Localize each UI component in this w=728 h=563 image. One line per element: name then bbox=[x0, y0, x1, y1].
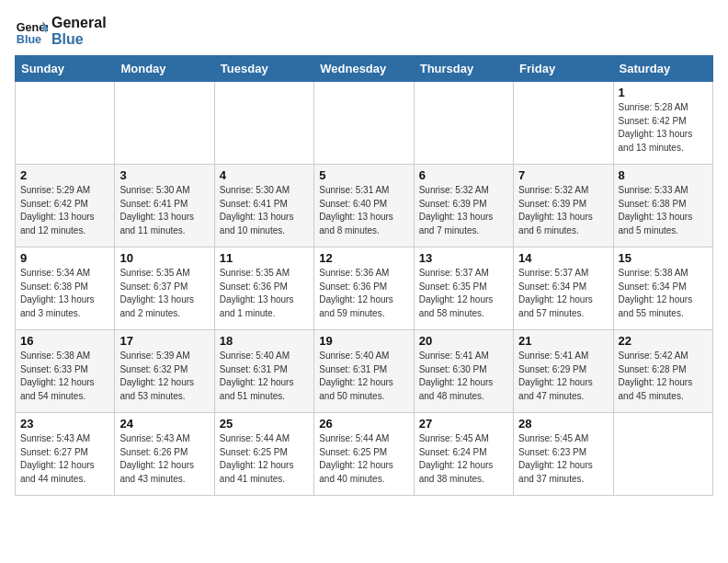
day-cell: 27Sunrise: 5:45 AM Sunset: 6:24 PM Dayli… bbox=[414, 413, 513, 496]
day-cell bbox=[115, 82, 214, 165]
svg-text:Blue: Blue bbox=[17, 33, 41, 46]
day-info: Sunrise: 5:42 AM Sunset: 6:28 PM Dayligh… bbox=[619, 350, 708, 403]
day-number: 15 bbox=[619, 251, 708, 265]
day-cell bbox=[314, 82, 414, 165]
day-number: 16 bbox=[20, 334, 109, 348]
day-cell: 10Sunrise: 5:35 AM Sunset: 6:37 PM Dayli… bbox=[115, 247, 214, 330]
day-info: Sunrise: 5:43 AM Sunset: 6:27 PM Dayligh… bbox=[20, 432, 109, 486]
day-info: Sunrise: 5:30 AM Sunset: 6:41 PM Dayligh… bbox=[220, 184, 309, 237]
day-cell: 28Sunrise: 5:45 AM Sunset: 6:23 PM Dayli… bbox=[514, 413, 613, 496]
day-info: Sunrise: 5:37 AM Sunset: 6:34 PM Dayligh… bbox=[518, 267, 608, 320]
week-row-4: 23Sunrise: 5:43 AM Sunset: 6:27 PM Dayli… bbox=[16, 413, 713, 496]
day-cell: 24Sunrise: 5:43 AM Sunset: 6:26 PM Dayli… bbox=[115, 413, 214, 496]
day-cell: 8Sunrise: 5:33 AM Sunset: 6:38 PM Daylig… bbox=[613, 165, 712, 247]
day-number: 25 bbox=[220, 417, 309, 431]
day-number: 20 bbox=[419, 334, 508, 348]
day-cell: 19Sunrise: 5:40 AM Sunset: 6:31 PM Dayli… bbox=[314, 330, 414, 413]
week-row-1: 2Sunrise: 5:29 AM Sunset: 6:42 PM Daylig… bbox=[16, 165, 713, 247]
header-tuesday: Tuesday bbox=[214, 56, 313, 82]
day-cell: 15Sunrise: 5:38 AM Sunset: 6:34 PM Dayli… bbox=[613, 247, 712, 330]
header-monday: Monday bbox=[115, 56, 214, 82]
day-cell: 1Sunrise: 5:28 AM Sunset: 6:42 PM Daylig… bbox=[613, 82, 712, 165]
day-cell: 17Sunrise: 5:39 AM Sunset: 6:32 PM Dayli… bbox=[115, 330, 214, 413]
day-number: 10 bbox=[119, 251, 209, 265]
day-info: Sunrise: 5:44 AM Sunset: 6:25 PM Dayligh… bbox=[220, 432, 309, 486]
day-number: 6 bbox=[419, 168, 508, 182]
day-cell bbox=[613, 413, 712, 496]
day-info: Sunrise: 5:45 AM Sunset: 6:24 PM Dayligh… bbox=[419, 432, 508, 486]
day-cell: 11Sunrise: 5:35 AM Sunset: 6:36 PM Dayli… bbox=[214, 247, 313, 330]
day-info: Sunrise: 5:41 AM Sunset: 6:29 PM Dayligh… bbox=[518, 350, 608, 403]
day-cell bbox=[16, 82, 115, 165]
day-info: Sunrise: 5:38 AM Sunset: 6:33 PM Dayligh… bbox=[20, 350, 109, 403]
calendar-body: 1Sunrise: 5:28 AM Sunset: 6:42 PM Daylig… bbox=[16, 82, 713, 496]
header-row: SundayMondayTuesdayWednesdayThursdayFrid… bbox=[16, 56, 713, 82]
day-info: Sunrise: 5:32 AM Sunset: 6:39 PM Dayligh… bbox=[419, 184, 508, 237]
week-row-2: 9Sunrise: 5:34 AM Sunset: 6:38 PM Daylig… bbox=[16, 247, 713, 330]
calendar-table: SundayMondayTuesdayWednesdayThursdayFrid… bbox=[15, 55, 713, 496]
day-info: Sunrise: 5:30 AM Sunset: 6:41 PM Dayligh… bbox=[119, 184, 209, 237]
day-number: 14 bbox=[518, 251, 608, 265]
day-info: Sunrise: 5:35 AM Sunset: 6:36 PM Dayligh… bbox=[220, 267, 309, 320]
day-number: 17 bbox=[119, 334, 209, 348]
header-wednesday: Wednesday bbox=[314, 56, 414, 82]
day-cell: 22Sunrise: 5:42 AM Sunset: 6:28 PM Dayli… bbox=[613, 330, 712, 413]
day-info: Sunrise: 5:32 AM Sunset: 6:39 PM Dayligh… bbox=[518, 184, 608, 237]
day-cell: 13Sunrise: 5:37 AM Sunset: 6:35 PM Dayli… bbox=[414, 247, 513, 330]
day-cell: 4Sunrise: 5:30 AM Sunset: 6:41 PM Daylig… bbox=[214, 165, 313, 247]
day-cell: 14Sunrise: 5:37 AM Sunset: 6:34 PM Dayli… bbox=[514, 247, 613, 330]
header: General Blue General Blue bbox=[15, 15, 713, 48]
day-cell: 12Sunrise: 5:36 AM Sunset: 6:36 PM Dayli… bbox=[314, 247, 414, 330]
day-number: 24 bbox=[119, 417, 209, 431]
day-number: 19 bbox=[319, 334, 408, 348]
day-number: 23 bbox=[20, 417, 109, 431]
day-info: Sunrise: 5:44 AM Sunset: 6:25 PM Dayligh… bbox=[319, 432, 408, 486]
day-cell: 21Sunrise: 5:41 AM Sunset: 6:29 PM Dayli… bbox=[514, 330, 613, 413]
day-number: 3 bbox=[119, 168, 209, 182]
day-number: 11 bbox=[220, 251, 309, 265]
day-cell: 5Sunrise: 5:31 AM Sunset: 6:40 PM Daylig… bbox=[314, 165, 414, 247]
day-info: Sunrise: 5:28 AM Sunset: 6:42 PM Dayligh… bbox=[619, 101, 708, 155]
day-number: 8 bbox=[619, 168, 708, 182]
logo: General Blue General Blue bbox=[15, 15, 107, 48]
day-cell: 2Sunrise: 5:29 AM Sunset: 6:42 PM Daylig… bbox=[16, 165, 115, 247]
logo-blue: Blue bbox=[51, 31, 107, 48]
logo-general: General bbox=[51, 15, 107, 31]
day-info: Sunrise: 5:40 AM Sunset: 6:31 PM Dayligh… bbox=[220, 350, 309, 403]
day-info: Sunrise: 5:34 AM Sunset: 6:38 PM Dayligh… bbox=[20, 267, 109, 320]
week-row-3: 16Sunrise: 5:38 AM Sunset: 6:33 PM Dayli… bbox=[16, 330, 713, 413]
day-number: 12 bbox=[319, 251, 408, 265]
day-info: Sunrise: 5:31 AM Sunset: 6:40 PM Dayligh… bbox=[319, 184, 408, 237]
day-info: Sunrise: 5:33 AM Sunset: 6:38 PM Dayligh… bbox=[619, 184, 708, 237]
day-number: 9 bbox=[20, 251, 109, 265]
day-cell: 25Sunrise: 5:44 AM Sunset: 6:25 PM Dayli… bbox=[214, 413, 313, 496]
header-sunday: Sunday bbox=[16, 56, 115, 82]
day-cell: 3Sunrise: 5:30 AM Sunset: 6:41 PM Daylig… bbox=[115, 165, 214, 247]
day-number: 4 bbox=[220, 168, 309, 182]
day-number: 21 bbox=[518, 334, 608, 348]
day-cell: 23Sunrise: 5:43 AM Sunset: 6:27 PM Dayli… bbox=[16, 413, 115, 496]
day-cell bbox=[514, 82, 613, 165]
day-info: Sunrise: 5:37 AM Sunset: 6:35 PM Dayligh… bbox=[419, 267, 508, 320]
day-info: Sunrise: 5:29 AM Sunset: 6:42 PM Dayligh… bbox=[20, 184, 109, 237]
day-cell: 9Sunrise: 5:34 AM Sunset: 6:38 PM Daylig… bbox=[16, 247, 115, 330]
day-cell bbox=[214, 82, 313, 165]
day-number: 18 bbox=[220, 334, 309, 348]
day-number: 2 bbox=[20, 168, 109, 182]
header-saturday: Saturday bbox=[613, 56, 712, 82]
week-row-0: 1Sunrise: 5:28 AM Sunset: 6:42 PM Daylig… bbox=[16, 82, 713, 165]
day-cell: 16Sunrise: 5:38 AM Sunset: 6:33 PM Dayli… bbox=[16, 330, 115, 413]
day-cell: 26Sunrise: 5:44 AM Sunset: 6:25 PM Dayli… bbox=[314, 413, 414, 496]
day-info: Sunrise: 5:43 AM Sunset: 6:26 PM Dayligh… bbox=[119, 432, 209, 486]
day-number: 27 bbox=[419, 417, 508, 431]
day-info: Sunrise: 5:45 AM Sunset: 6:23 PM Dayligh… bbox=[518, 432, 608, 486]
day-number: 13 bbox=[419, 251, 508, 265]
day-number: 26 bbox=[319, 417, 408, 431]
day-info: Sunrise: 5:38 AM Sunset: 6:34 PM Dayligh… bbox=[619, 267, 708, 320]
day-number: 5 bbox=[319, 168, 408, 182]
day-info: Sunrise: 5:40 AM Sunset: 6:31 PM Dayligh… bbox=[319, 350, 408, 403]
day-info: Sunrise: 5:41 AM Sunset: 6:30 PM Dayligh… bbox=[419, 350, 508, 403]
day-cell bbox=[414, 82, 513, 165]
day-cell: 20Sunrise: 5:41 AM Sunset: 6:30 PM Dayli… bbox=[414, 330, 513, 413]
header-friday: Friday bbox=[514, 56, 613, 82]
